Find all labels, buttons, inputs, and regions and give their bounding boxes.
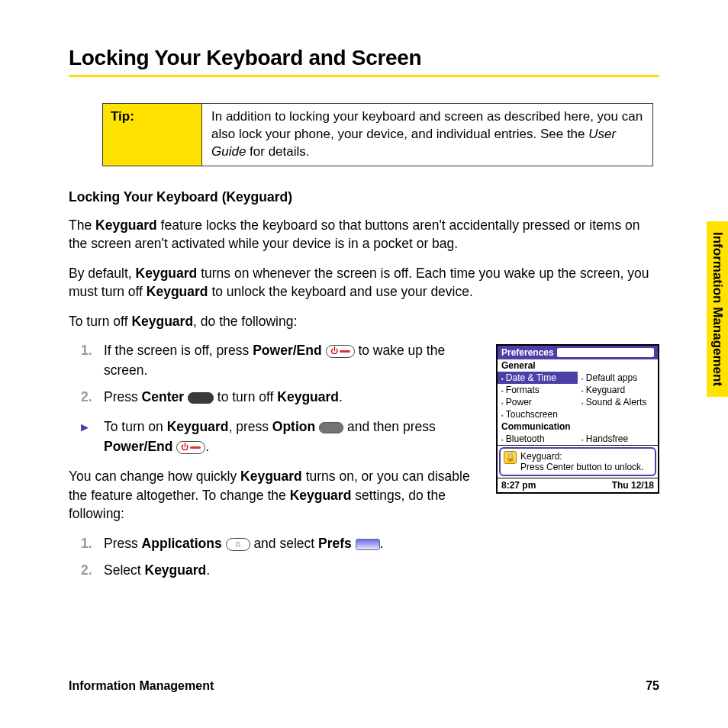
bold: Power/End [104,439,172,454]
bold: Keyguard [131,314,193,329]
step-item: 1. If the screen is off, press Power/End… [104,341,478,380]
bold: Keyguard [147,284,208,299]
side-tab: Information Management [707,221,728,397]
text: . [339,389,343,404]
device-title-text: Preferences [501,347,554,358]
text: , do the following: [193,314,297,329]
bold: Keyguard [277,389,339,404]
text: and select [253,536,318,551]
bold: Applications [142,536,222,551]
device-status-bar: 8:27 pm Thu 12/18 [498,478,658,492]
text: You can change how quickly [69,469,240,484]
lock-icon: 🔒 [504,451,517,464]
text: Press [104,536,142,551]
bold: Prefs [318,536,352,551]
bold: Option [272,419,315,434]
device-item: Handsfree [578,433,658,445]
steps-list-1: 1. If the screen is off, press Power/End… [69,341,478,407]
tip-label: Tip: [103,104,202,166]
text: . [206,562,210,578]
text: and then press [347,419,436,434]
paragraph-3: To turn off Keyguard, do the following: [69,312,659,331]
step-number: 2. [81,388,92,407]
tip-body: In addition to locking your keyboard and… [202,104,652,166]
bold: Keyguard [240,469,302,484]
preferences-screenshot: Preferences General Date & Time Default … [496,344,659,494]
device-divider [498,445,658,446]
bold: Keyguard [167,419,229,434]
text: . [205,439,209,454]
bold: Keyguard [145,562,207,578]
power-end-icon [176,441,205,454]
text: , press [228,419,272,434]
text: Select [104,562,145,578]
device-item: Formats [498,384,578,396]
device-general-grid: Date & Time Default apps Formats Keyguar… [498,372,658,420]
device-item: Default apps [578,372,658,384]
tip-text-after: for details. [246,144,309,159]
device-title-spacer [557,348,654,357]
text: Press [104,389,142,404]
bold: Keyguard [136,266,198,281]
tip-box: Tip: In addition to locking your keyboar… [102,103,653,166]
text: To turn on [104,419,167,434]
step-item: 1. Press Applications and select Prefs . [104,534,478,553]
device-date: Thu 12/18 [612,480,654,491]
prefs-icon [356,539,380,550]
text: To turn off [69,314,131,329]
text: If the screen is off, press [104,343,253,358]
text: to turn off [217,389,277,404]
device-item-selected: Date & Time [498,372,578,384]
steps-list-2: 1. Press Applications and select Prefs .… [69,534,478,581]
bold: Power/End [253,343,321,358]
power-end-icon [326,345,355,358]
bullet-item: ▶ To turn on Keyguard, press Option and … [104,417,478,456]
tip-text-before: In addition to locking your keyboard and… [211,109,643,141]
device-communication-grid: Bluetooth Handsfree [498,433,658,445]
bullet-list: ▶ To turn on Keyguard, press Option and … [69,417,478,456]
footer-section: Information Management [69,679,214,693]
device-section-general: General [498,359,658,372]
step-item: 2. Press Center to turn off Keyguard. [104,388,478,407]
device-item: Keyguard [578,384,658,396]
text: The [69,217,95,233]
bullet-arrow-icon: ▶ [81,420,89,435]
option-button-icon [319,422,343,433]
text: Keyguard: [520,451,562,462]
device-time: 8:27 pm [501,480,536,491]
step-item: 2. Select Keyguard. [104,561,478,580]
step-number: 1. [81,341,92,360]
paragraph-4: You can change how quickly Keyguard turn… [69,467,478,523]
bold: Keyguard [290,488,352,503]
heading-rule [69,75,659,77]
device-titlebar: Preferences [498,346,658,359]
step-number: 2. [81,561,92,580]
device-lock-text: Keyguard: Press Center button to unlock. [520,451,643,472]
device-item: Sound & Alerts [578,396,658,408]
text: By default, [69,266,136,281]
paragraph-1: The Keyguard feature locks the keyboard … [69,216,659,253]
page-footer: Information Management 75 [69,679,659,693]
applications-icon [226,538,250,551]
bold: Keyguard [95,217,157,233]
text: Press Center button to unlock. [520,462,643,472]
bold: Center [142,389,184,404]
paragraph-2: By default, Keyguard turns on whenever t… [69,264,659,301]
text: to unlock the keyboard and use your devi… [208,284,473,299]
sub-heading: Locking Your Keyboard (Keyguard) [69,189,659,205]
device-item: Bluetooth [498,433,578,445]
device-item: Power [498,396,578,408]
page-heading: Locking Your Keyboard and Screen [69,46,659,70]
device-item: Touchscreen [498,408,578,420]
center-button-icon [188,392,214,404]
footer-page-number: 75 [646,679,659,693]
text: . [380,536,384,551]
step-number: 1. [81,534,92,553]
device-keyguard-dialog: 🔒 Keyguard: Press Center button to unloc… [499,447,656,476]
device-section-communication: Communication [498,420,658,433]
